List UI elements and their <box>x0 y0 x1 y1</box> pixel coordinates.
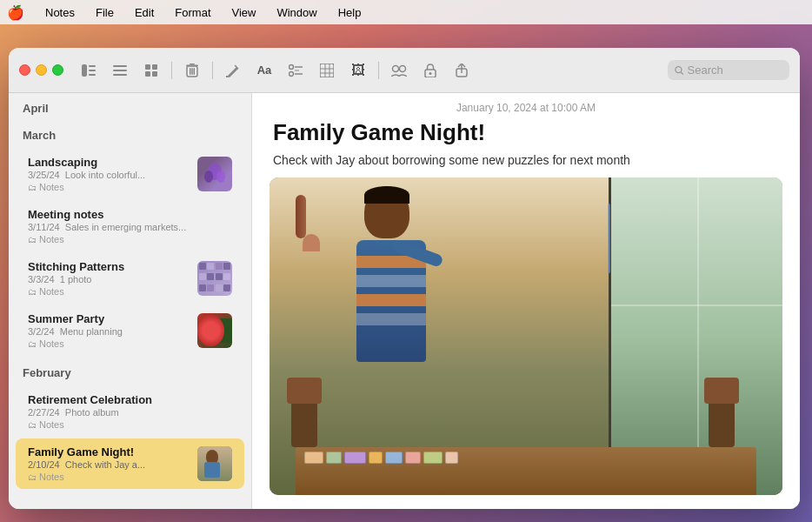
list-view-button[interactable] <box>107 57 133 84</box>
section-april: April <box>9 93 251 120</box>
list-item[interactable]: Landscaping 3/25/24 Look into colorful..… <box>16 149 244 199</box>
svg-rect-10 <box>152 71 157 77</box>
folder-icon: 🗂 <box>28 339 37 349</box>
menu-help[interactable]: Help <box>335 4 365 21</box>
menu-format[interactable]: Format <box>171 4 214 21</box>
note-thumbnail <box>197 261 232 296</box>
svg-rect-19 <box>320 64 334 77</box>
svg-rect-3 <box>89 74 96 76</box>
svg-rect-9 <box>145 71 150 77</box>
list-item[interactable]: Stitching Patterns 3/3/24 1 photo 🗂 Note… <box>16 253 244 304</box>
svg-rect-14 <box>194 68 196 75</box>
svg-rect-16 <box>190 64 195 65</box>
list-item[interactable]: Retirement Celebration 2/27/24 Photo alb… <box>16 386 244 437</box>
list-item[interactable]: Family Game Night! 2/10/24 Check with Ja… <box>16 438 244 489</box>
svg-rect-15 <box>186 64 198 66</box>
svg-rect-1 <box>89 65 96 67</box>
notes-window: Aa 🖼 <box>9 48 800 509</box>
svg-rect-12 <box>190 68 191 75</box>
apple-menu[interactable]: 🍎 <box>7 4 24 21</box>
note-date: January 10, 2024 at 10:00 AM <box>252 93 800 119</box>
menu-edit[interactable]: Edit <box>131 4 157 21</box>
menu-notes[interactable]: Notes <box>42 4 78 21</box>
note-title[interactable]: Family Game Night! <box>252 119 800 153</box>
search-bar[interactable] <box>668 60 789 80</box>
menu-view[interactable]: View <box>229 4 260 21</box>
svg-point-20 <box>393 65 399 71</box>
collaborate-button[interactable] <box>386 57 412 84</box>
close-button[interactable] <box>19 64 30 76</box>
svg-rect-5 <box>113 70 127 71</box>
svg-rect-13 <box>191 68 193 75</box>
svg-rect-8 <box>152 64 157 70</box>
svg-point-28 <box>216 171 225 183</box>
svg-rect-4 <box>113 65 127 67</box>
note-thumbnail <box>197 313 232 348</box>
traffic-lights <box>19 64 63 76</box>
svg-rect-0 <box>82 64 87 77</box>
minimize-button[interactable] <box>36 64 47 76</box>
toolbar: Aa 🖼 <box>9 48 800 93</box>
svg-rect-2 <box>89 70 96 71</box>
svg-point-25 <box>676 66 682 72</box>
grid-view-button[interactable] <box>138 57 164 84</box>
svg-point-17 <box>290 64 294 69</box>
photo-scene <box>270 177 782 495</box>
folder-icon: 🗂 <box>28 472 37 482</box>
folder-icon: 🗂 <box>28 420 37 430</box>
menu-file[interactable]: File <box>92 4 117 21</box>
list-item[interactable]: Meeting notes 3/11/24 Sales in emerging … <box>16 201 244 251</box>
svg-rect-6 <box>113 74 127 76</box>
lock-button[interactable] <box>417 57 443 84</box>
svg-point-27 <box>204 171 213 183</box>
search-input[interactable] <box>688 64 782 77</box>
note-thumbnail <box>197 157 232 191</box>
main-content: April March Landscaping 3/25/24 Look int… <box>9 93 800 509</box>
sidebar: April March Landscaping 3/25/24 Look int… <box>9 93 252 509</box>
section-february: February <box>9 358 251 385</box>
text-format-button[interactable]: Aa <box>251 57 277 84</box>
menubar: 🍎 Notes File Edit Format View Window Hel… <box>0 0 812 24</box>
note-thumbnail <box>197 446 232 481</box>
list-item[interactable]: Summer Party 3/2/24 Menu planning 🗂 Note… <box>16 305 244 356</box>
sidebar-toggle-button[interactable] <box>76 57 102 84</box>
share-button[interactable] <box>449 57 475 84</box>
note-image <box>270 177 782 495</box>
maximize-button[interactable] <box>52 64 63 76</box>
delete-button[interactable] <box>179 57 205 84</box>
svg-rect-7 <box>145 64 150 70</box>
new-note-button[interactable] <box>220 57 246 84</box>
table-button[interactable] <box>314 57 340 84</box>
svg-point-21 <box>400 65 406 71</box>
media-button[interactable]: 🖼 <box>345 57 371 84</box>
folder-icon: 🗂 <box>28 235 37 244</box>
note-editor: January 10, 2024 at 10:00 AM Family Game… <box>252 93 800 509</box>
folder-icon: 🗂 <box>28 287 37 297</box>
search-icon <box>675 65 684 76</box>
menu-window[interactable]: Window <box>273 4 320 21</box>
section-march: March <box>9 120 251 147</box>
svg-point-18 <box>290 71 294 76</box>
note-body[interactable]: Check with Jay about borrowing some new … <box>252 153 800 177</box>
folder-icon: 🗂 <box>28 183 37 192</box>
svg-point-23 <box>429 72 432 75</box>
checklist-button[interactable] <box>283 57 309 84</box>
